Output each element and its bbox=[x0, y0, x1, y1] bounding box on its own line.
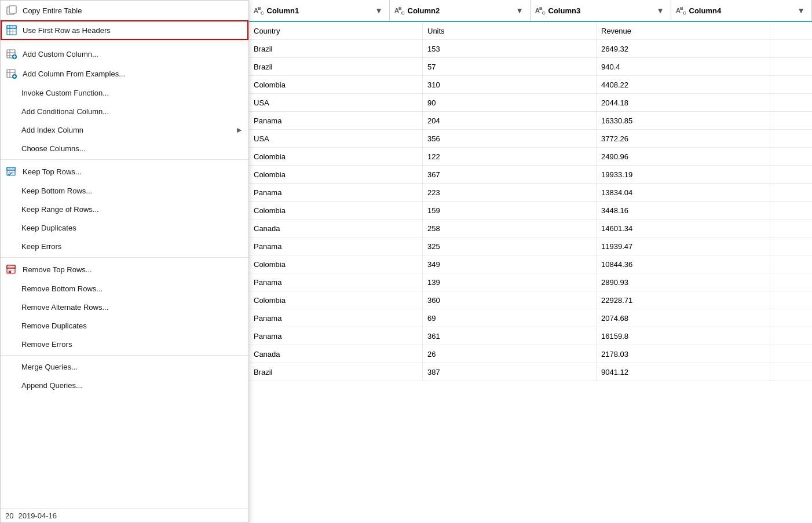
table-cell: 2890.93 bbox=[597, 273, 770, 291]
col3-dropdown-btn[interactable]: ▼ bbox=[654, 5, 666, 16]
menu-item-remove-duplicates[interactable]: Remove Duplicates bbox=[1, 316, 248, 335]
col2-type-icon: ABC bbox=[394, 6, 404, 16]
table-cell: Brazil bbox=[249, 58, 423, 75]
table-cell: 159 bbox=[423, 202, 597, 219]
svg-rect-3 bbox=[7, 25, 16, 28]
menu-item-keep-duplicates[interactable]: Keep Duplicates bbox=[1, 218, 248, 237]
col1-type-icon: ABC bbox=[254, 6, 264, 16]
menu-item-append-queries[interactable]: Append Queries... bbox=[1, 376, 248, 394]
menu-label-use-first-row-as-headers: Use First Row as Headers bbox=[23, 26, 111, 35]
table-cell: 361 bbox=[423, 327, 597, 345]
menu-item-choose-columns[interactable]: Choose Columns... bbox=[1, 139, 248, 158]
table-cell: 360 bbox=[423, 291, 597, 309]
menu-label-copy-entire-table: Copy Entire Table bbox=[23, 6, 82, 15]
col1-label: Column1 bbox=[267, 6, 370, 15]
table-cell: 940.4 bbox=[597, 58, 770, 75]
table-cell: Canada bbox=[249, 345, 423, 363]
col-header-1[interactable]: ABC Column1 ▼ bbox=[249, 0, 390, 21]
table-row: Colombia3104408.22 bbox=[249, 76, 812, 94]
menu-separator-choose-columns bbox=[1, 159, 248, 160]
menu-item-use-first-row-as-headers[interactable]: Use First Row as Headers bbox=[1, 20, 248, 40]
menu-item-invoke-custom-function[interactable]: Invoke Custom Function... bbox=[1, 83, 248, 102]
table-row: Canada262178.03 bbox=[249, 345, 812, 363]
menu-item-copy-entire-table[interactable]: Copy Entire Table bbox=[1, 1, 248, 20]
menu-item-keep-top-rows[interactable]: Keep Top Rows... bbox=[1, 162, 248, 181]
menu-item-add-column-from-examples[interactable]: Add Column From Examples... bbox=[1, 64, 248, 83]
table-cell: Colombia bbox=[249, 148, 423, 165]
table-cell: 69 bbox=[423, 309, 597, 327]
table-row: Canada25814601.34 bbox=[249, 220, 812, 237]
keep-rows-icon bbox=[5, 165, 18, 178]
table-row: Panama20416330.85 bbox=[249, 112, 812, 130]
svg-rect-1 bbox=[9, 6, 16, 13]
table-area[interactable]: ABC Column1 ▼ ABC Column2 ▼ ABC Column3 … bbox=[249, 0, 812, 523]
table-row: Colombia34910844.36 bbox=[249, 255, 812, 273]
menu-label-add-custom-column: Add Custom Column... bbox=[23, 50, 98, 58]
menu-label-keep-errors: Keep Errors bbox=[21, 242, 61, 251]
table-cell: Revenue bbox=[597, 22, 770, 39]
col-header-2[interactable]: ABC Column2 ▼ bbox=[390, 0, 531, 21]
menu-item-merge-queries[interactable]: Merge Queries... bbox=[1, 357, 248, 376]
col4-label: Column4 bbox=[689, 6, 792, 15]
table-cell: 9041.12 bbox=[597, 363, 770, 381]
table-cell: Panama bbox=[249, 273, 423, 291]
table-cell: 2490.96 bbox=[597, 148, 770, 165]
add-custom-col-icon bbox=[5, 47, 18, 60]
menu-item-remove-top-rows[interactable]: Remove Top Rows... bbox=[1, 259, 248, 279]
table-cell: Colombia bbox=[249, 255, 423, 273]
menu-item-add-custom-column[interactable]: Add Custom Column... bbox=[1, 44, 248, 64]
remove-rows-icon bbox=[5, 263, 18, 276]
row-number-value: 2019-04-16 bbox=[18, 511, 57, 520]
table-cell: 310 bbox=[423, 76, 597, 93]
col1-dropdown-btn[interactable]: ▼ bbox=[373, 5, 385, 16]
menu-label-append-queries: Append Queries... bbox=[21, 381, 82, 390]
menu-item-add-index-column[interactable]: Add Index Column▶ bbox=[1, 120, 248, 139]
table-row: CountryUnitsRevenue bbox=[249, 22, 812, 40]
menu-item-keep-range-of-rows[interactable]: Keep Range of Rows... bbox=[1, 200, 248, 218]
table-cell: Colombia bbox=[249, 76, 423, 93]
col-header-4[interactable]: ABC Column4 ▼ bbox=[671, 0, 812, 21]
menu-separator-use-first-row-as-headers bbox=[1, 42, 248, 42]
table-cell: Country bbox=[249, 22, 423, 39]
menu-item-remove-bottom-rows[interactable]: Remove Bottom Rows... bbox=[1, 279, 248, 298]
table-cell: 22928.71 bbox=[597, 291, 770, 309]
table-row: Panama32511939.47 bbox=[249, 237, 812, 255]
column-header-row: ABC Column1 ▼ ABC Column2 ▼ ABC Column3 … bbox=[249, 0, 812, 22]
menu-item-keep-bottom-rows[interactable]: Keep Bottom Rows... bbox=[1, 181, 248, 200]
table-cell: Brazil bbox=[249, 363, 423, 381]
menu-label-choose-columns: Choose Columns... bbox=[21, 144, 86, 153]
menu-label-keep-bottom-rows: Keep Bottom Rows... bbox=[21, 186, 92, 195]
row-number: 20 bbox=[5, 511, 13, 520]
table-cell: 57 bbox=[423, 58, 597, 75]
table-cell: Units bbox=[423, 22, 597, 39]
table-cell: 153 bbox=[423, 40, 597, 57]
menu-separator-remove-errors bbox=[1, 355, 248, 356]
context-menu: Copy Entire Table Use First Row as Heade… bbox=[0, 0, 249, 523]
table-cell: Panama bbox=[249, 237, 423, 255]
table-row: Colombia36022928.71 bbox=[249, 291, 812, 309]
col4-dropdown-btn[interactable]: ▼ bbox=[795, 5, 807, 16]
table-row: USA902044.18 bbox=[249, 94, 812, 112]
menu-item-remove-alternate-rows[interactable]: Remove Alternate Rows... bbox=[1, 298, 248, 316]
menu-label-remove-top-rows: Remove Top Rows... bbox=[23, 265, 92, 274]
menu-label-remove-errors: Remove Errors bbox=[21, 340, 72, 349]
table-cell: 139 bbox=[423, 273, 597, 291]
menu-label-remove-alternate-rows: Remove Alternate Rows... bbox=[21, 303, 108, 312]
table-cell: Colombia bbox=[249, 202, 423, 219]
main-container: Copy Entire Table Use First Row as Heade… bbox=[0, 0, 812, 523]
col2-label: Column2 bbox=[408, 6, 510, 15]
table-cell: 13834.04 bbox=[597, 184, 770, 201]
table-cell: 122 bbox=[423, 148, 597, 165]
menu-item-keep-errors[interactable]: Keep Errors bbox=[1, 237, 248, 255]
table-row: Panama1392890.93 bbox=[249, 273, 812, 291]
table-cell: 3448.16 bbox=[597, 202, 770, 219]
menu-item-remove-errors[interactable]: Remove Errors bbox=[1, 335, 248, 353]
table-cell: Panama bbox=[249, 309, 423, 327]
col-header-3[interactable]: ABC Column3 ▼ bbox=[531, 0, 671, 21]
menu-label-add-column-from-examples: Add Column From Examples... bbox=[23, 70, 125, 78]
menu-item-add-conditional-column[interactable]: Add Conditional Column... bbox=[1, 102, 248, 120]
table-row: Brazil3879041.12 bbox=[249, 363, 812, 381]
col2-dropdown-btn[interactable]: ▼ bbox=[514, 5, 525, 16]
menu-separator-keep-errors bbox=[1, 257, 248, 258]
table-cell: Colombia bbox=[249, 166, 423, 183]
